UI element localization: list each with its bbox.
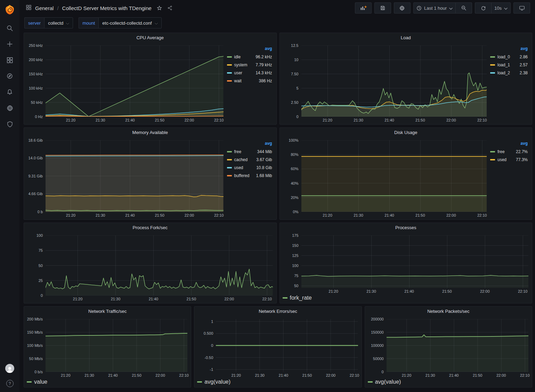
y-tick-label: 125 <box>292 253 298 258</box>
series-color-swatch <box>490 159 495 160</box>
x-tick-label: 21:50 <box>415 118 425 122</box>
variable-server-picker[interactable]: collectd <box>44 17 73 28</box>
sidebar-item-configuration[interactable] <box>6 104 14 112</box>
x-axis: 21:2021:3021:4021:5022:0022:10 <box>301 117 487 123</box>
sidebar-item-alerting[interactable] <box>6 88 14 96</box>
legend-item-free[interactable]: free344 Mib <box>227 148 272 156</box>
save-dashboard-button[interactable] <box>374 2 391 14</box>
panel-title[interactable]: Process Fork/sec <box>24 223 276 232</box>
plot-area[interactable] <box>216 319 358 372</box>
legend-item-fork_rate[interactable]: fork_rate <box>283 294 312 302</box>
legend-item-free[interactable]: free22.7% <box>490 148 528 156</box>
series-color-swatch <box>490 72 495 74</box>
panel-title[interactable]: Processes <box>280 223 532 232</box>
zoom-out-button[interactable] <box>455 2 472 14</box>
user-avatar-button[interactable] <box>5 364 14 373</box>
legend-avg-header[interactable]: avg <box>227 141 272 146</box>
legend-item-wait[interactable]: wait386 Hz <box>227 77 272 85</box>
legend-item-avg(value)[interactable]: avg(value) <box>197 378 230 386</box>
panel-title[interactable]: CPU Average <box>24 33 276 42</box>
series-color-swatch <box>227 151 232 152</box>
variable-server-value: collectd <box>48 20 63 26</box>
legend-avg-header[interactable]: avg <box>227 46 272 51</box>
y-tick-label: 0.500 <box>204 331 213 335</box>
star-dashboard-button[interactable] <box>156 5 162 11</box>
legend-series-value: 1.68 Mib <box>256 173 272 178</box>
grafana-logo[interactable] <box>4 4 15 15</box>
dashboard-title[interactable]: CollectD Server Metrics with TDengine <box>62 5 152 11</box>
legend-item-user[interactable]: user14.3 kHz <box>227 69 272 77</box>
sidebar-item-explore[interactable] <box>6 72 14 80</box>
panel-title[interactable]: Disk Usage <box>280 128 532 137</box>
y-tick-label: 175 <box>292 233 298 237</box>
legend-series-label: buffered <box>234 173 250 178</box>
x-tick-label: 21:50 <box>155 213 164 217</box>
process-fork-chart: 025507510021:2021:3021:4021:5022:0022:10 <box>24 232 276 303</box>
cycle-view-mode-button[interactable] <box>513 2 530 14</box>
plot-area[interactable] <box>46 319 187 372</box>
legend-item-load_1[interactable]: load_12.57 <box>490 61 528 69</box>
dashboard-settings-button[interactable] <box>394 2 411 14</box>
x-tick-label: 21:30 <box>96 118 105 122</box>
panel-processes: Processes 507510012515017521:2021:3021:4… <box>279 223 533 303</box>
sidebar: ? <box>0 0 19 392</box>
legend-item-value[interactable]: value <box>27 378 47 386</box>
y-axis: 0%20%40%60%80%100% <box>282 140 301 212</box>
plot-area[interactable] <box>301 45 487 117</box>
panel-network-traffic: Network Traffic/sec 0 b/s50 Mb/s100 Mb/s… <box>24 306 191 387</box>
y-axis: 0 Hz50 kHz100 kHz150 kHz200 kHz250 kHz <box>26 45 46 117</box>
panel-process-fork: Process Fork/sec 025507510021:2021:3021:… <box>24 223 277 303</box>
panel-title[interactable]: Load <box>280 33 532 42</box>
panel-title[interactable]: Network Errors/sec <box>194 307 361 316</box>
panel-title[interactable]: Network Packets/sec <box>365 307 532 316</box>
legend-item-load_2[interactable]: load_22.38 <box>490 69 528 77</box>
legend-item-system[interactable]: system7.79 kHz <box>227 61 272 69</box>
y-tick-label: 1 <box>211 319 213 324</box>
panel-load: Load 02.5057.501012.521:2021:3021:4021:5… <box>279 33 533 125</box>
chevron-down-icon <box>504 6 508 11</box>
sidebar-item-search[interactable] <box>6 24 14 32</box>
variable-mount-picker[interactable]: etc-collectd-collectd.conf <box>98 17 161 28</box>
plot-area[interactable] <box>387 319 528 372</box>
breadcrumb-separator: / <box>57 5 58 11</box>
y-tick-label: 18.6 Gib <box>28 138 43 142</box>
panel-title[interactable]: Network Traffic/sec <box>24 307 191 316</box>
legend-series-value: 96.2 kHz <box>256 55 272 59</box>
x-tick-label: 21:30 <box>366 289 376 293</box>
dashboard-toolbar: Last 1 hour 10s <box>355 2 530 14</box>
add-panel-button[interactable] <box>355 2 372 14</box>
x-tick-label: 22:00 <box>185 213 194 217</box>
plot-area[interactable] <box>46 140 224 212</box>
y-tick-label: 200 Mb/s <box>27 317 43 321</box>
x-tick-label: 21:20 <box>402 373 412 377</box>
legend-avg-header[interactable]: avg <box>490 46 528 51</box>
variable-mount-value: etc-collectd-collectd.conf <box>102 20 152 26</box>
x-tick-label: 22:00 <box>185 118 194 122</box>
sidebar-item-dashboards[interactable] <box>6 56 14 64</box>
plot-area[interactable] <box>46 235 273 295</box>
add-panel-icon <box>360 5 367 11</box>
plot-area[interactable] <box>301 235 529 288</box>
y-tick-label: 150 <box>292 243 298 248</box>
share-dashboard-button[interactable] <box>167 5 173 11</box>
legend-item-used[interactable]: used10.8 Gib <box>227 164 272 172</box>
sidebar-item-create[interactable] <box>6 40 14 48</box>
legend-item-used[interactable]: used77.3% <box>490 156 528 164</box>
panel-title[interactable]: Memory Available <box>24 128 276 137</box>
plot-area[interactable] <box>301 140 487 212</box>
breadcrumb-folder[interactable]: General <box>35 5 54 11</box>
refresh-button[interactable] <box>475 2 492 14</box>
legend-item-idle[interactable]: idle96.2 kHz <box>227 53 272 61</box>
refresh-interval-button[interactable]: 10s <box>491 2 511 14</box>
plot-area[interactable] <box>46 45 224 117</box>
save-icon <box>380 5 386 11</box>
legend-avg-header[interactable]: avg <box>490 141 528 146</box>
legend-item-load_0[interactable]: load_02.86 <box>490 53 528 61</box>
legend-item-avg(value)[interactable]: avg(value) <box>368 378 401 386</box>
legend-item-cached[interactable]: cached3.67 Gib <box>227 156 272 164</box>
legend-item-buffered[interactable]: buffered1.68 Mib <box>227 172 272 180</box>
help-button[interactable]: ? <box>6 380 14 387</box>
settings-gear-icon <box>399 5 405 11</box>
time-range-button[interactable]: Last 1 hour <box>413 2 456 14</box>
sidebar-item-server-admin[interactable] <box>6 120 14 128</box>
